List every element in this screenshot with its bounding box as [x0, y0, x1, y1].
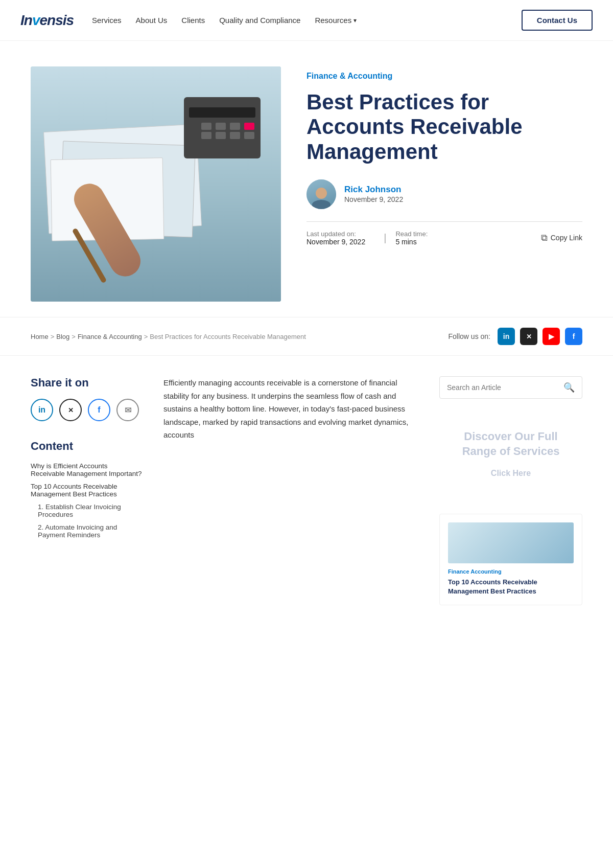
search-icon: 🔍 [563, 382, 575, 393]
copy-link-button[interactable]: ⧉ Copy Link [541, 233, 582, 243]
share-x-twitter[interactable]: ✕ [59, 399, 82, 421]
linkedin-icon[interactable]: in [498, 328, 515, 345]
meta-row: Last updated on: November 9, 2022 | Read… [306, 221, 582, 246]
facebook-icon[interactable]: f [565, 328, 582, 345]
toc-item[interactable]: Top 10 Accounts Receivable Management Be… [31, 483, 143, 498]
x-twitter-icon[interactable]: ✕ [520, 328, 537, 345]
last-updated: Last updated on: November 9, 2022 [306, 230, 365, 246]
discover-title: Discover Our Full Range of Services [450, 429, 572, 459]
hero-image [31, 66, 281, 302]
author-name[interactable]: Rick Johnson [344, 185, 403, 195]
breadcrumb-social-bar: Home > Blog > Finance & Accounting > Bes… [0, 317, 613, 356]
share-section: Share it on in ✕ f ✉ [31, 376, 143, 421]
related-article: Finance Accounting Top 10 Accounts Recei… [439, 514, 582, 605]
nav-services[interactable]: Services [92, 16, 122, 25]
right-sidebar: 🔍 Discover Our Full Range of Services Cl… [439, 376, 582, 605]
related-article-image [448, 522, 574, 563]
share-linkedin[interactable]: in [31, 399, 53, 421]
nav-about[interactable]: About Us [136, 16, 168, 25]
follow-label: Follow us on: [449, 332, 490, 341]
nav-quality[interactable]: Quality and Compliance [219, 16, 300, 25]
follow-section: Follow us on: in ✕ ▶ f [449, 328, 582, 345]
read-time: Read time: 5 mins [395, 230, 428, 246]
article-paragraph: Efficiently managing accounts receivable… [163, 376, 419, 442]
search-input[interactable] [447, 383, 559, 392]
toc-title: Content [31, 440, 143, 453]
toc-list: Why is Efficient Accounts Receivable Man… [31, 462, 143, 539]
nav-resources[interactable]: Resources [315, 16, 357, 25]
hero-section: Finance & Accounting Best Practices for … [0, 41, 613, 317]
youtube-icon[interactable]: ▶ [543, 328, 560, 345]
toc-item[interactable]: Why is Efficient Accounts Receivable Man… [31, 462, 143, 477]
search-button[interactable]: 🔍 [563, 382, 575, 393]
related-article-title[interactable]: Top 10 Accounts Receivable Management Be… [448, 578, 574, 596]
toc-subitem[interactable]: 1. Establish Clear Invoicing Procedures [31, 503, 143, 518]
article-body: Efficiently managing accounts receivable… [163, 376, 419, 605]
share-title: Share it on [31, 376, 143, 390]
share-icons: in ✕ f ✉ [31, 399, 143, 421]
breadcrumb-category[interactable]: Finance & Accounting [78, 333, 142, 340]
breadcrumb-current: Best Practices for Accounts Receivable M… [150, 333, 306, 340]
article-title: Best Practices for Accounts Receivable M… [306, 90, 582, 164]
author-section: Rick Johnson November 9, 2022 [306, 179, 582, 209]
breadcrumb-home[interactable]: Home [31, 333, 49, 340]
social-icons: in ✕ ▶ f [498, 328, 582, 345]
left-sidebar: Share it on in ✕ f ✉ Content Why is Effi… [31, 376, 143, 605]
main-nav: Services About Us Clients Quality and Co… [92, 16, 522, 25]
author-info: Rick Johnson November 9, 2022 [344, 185, 403, 203]
author-date: November 9, 2022 [344, 195, 403, 203]
breadcrumb: Home > Blog > Finance & Accounting > Bes… [31, 333, 438, 340]
navbar: Invensis Services About Us Clients Quali… [0, 0, 613, 41]
main-content: Share it on in ✕ f ✉ Content Why is Effi… [0, 356, 613, 626]
nav-clients[interactable]: Clients [181, 16, 205, 25]
share-facebook[interactable]: f [88, 399, 110, 421]
table-of-contents: Content Why is Efficient Accounts Receiv… [31, 440, 143, 539]
copy-icon: ⧉ [541, 233, 548, 243]
breadcrumb-blog[interactable]: Blog [56, 333, 69, 340]
related-article-category: Finance Accounting [448, 568, 574, 575]
share-email[interactable]: ✉ [116, 399, 139, 421]
discover-services-box: Discover Our Full Range of Services Clic… [439, 414, 582, 493]
hero-content: Finance & Accounting Best Practices for … [306, 66, 582, 246]
author-avatar [306, 179, 336, 209]
logo[interactable]: Invensis [20, 12, 74, 29]
search-box[interactable]: 🔍 [439, 376, 582, 399]
article-category[interactable]: Finance & Accounting [306, 72, 582, 81]
click-here-button[interactable]: Click Here [491, 469, 531, 477]
toc-subitem[interactable]: 2. Automate Invoicing and Payment Remind… [31, 523, 143, 539]
contact-us-button[interactable]: Contact Us [522, 10, 593, 31]
